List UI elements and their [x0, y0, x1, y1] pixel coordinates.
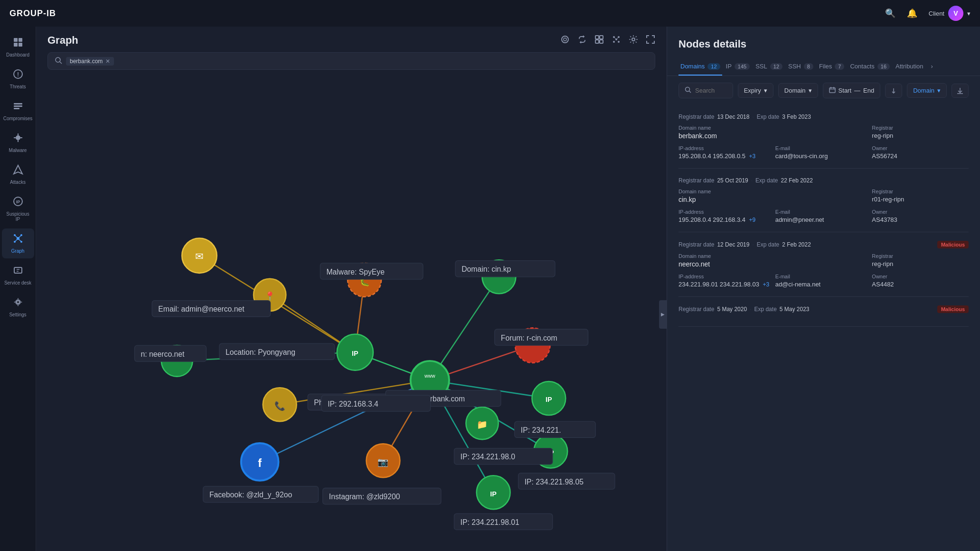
sync-icon[interactable]: [577, 35, 587, 47]
domain-name-field: Domain name neerco.net: [678, 253, 775, 268]
owner-field: Owner AS56724: [872, 145, 969, 160]
panel-collapse-handle[interactable]: ▶: [659, 300, 667, 329]
sidebar-item-label: Graph: [11, 248, 25, 254]
dashboard-icon: [13, 37, 23, 50]
card-grid: Domain name neerco.net Registrar reg-rip…: [678, 253, 969, 288]
domain-card: Registrar date 25 Oct 2019 · Exp date 22…: [678, 169, 969, 232]
svg-text:IP: 234.221.98.05: IP: 234.221.98.05: [525, 478, 584, 486]
chevron-down-icon: ▾: [809, 87, 812, 94]
tab-ip[interactable]: IP 145: [724, 58, 752, 76]
graph-search-input[interactable]: [118, 57, 648, 65]
layout-icon[interactable]: [612, 35, 621, 47]
svg-line-43: [616, 37, 619, 39]
avatar: V: [948, 6, 963, 21]
sidebar-item-threats[interactable]: ! Threats: [2, 64, 34, 94]
search-icon: [55, 57, 62, 66]
graph-area: Graph: [36, 27, 667, 551]
ip-address-field: IP-address 195.208.0.4 292.168.3.4 +9: [678, 209, 775, 223]
sidebar-item-settings[interactable]: Settings: [2, 292, 34, 322]
threats-icon: !: [13, 69, 23, 82]
card-meta: Registrar date 25 Oct 2019 · Exp date 22…: [678, 177, 969, 184]
chevron-down-icon: ▾: [967, 10, 971, 17]
filter-bar: Expiry ▾ Domain ▾ Start — End: [667, 76, 980, 105]
tab-ssh[interactable]: SSH 8: [786, 58, 815, 76]
tab-files[interactable]: Files 7: [817, 58, 847, 76]
tab-domains[interactable]: Domains 12: [678, 58, 722, 76]
fullscreen-icon[interactable]: [646, 35, 655, 47]
tab-ssl[interactable]: SSL 12: [754, 58, 784, 76]
sidebar-item-graph[interactable]: Graph: [2, 228, 34, 258]
card-meta: Registrar date 13 Dec 2018 · Exp date 3 …: [678, 114, 969, 120]
domain-filter[interactable]: Domain ▾: [778, 83, 818, 98]
svg-point-31: [562, 36, 568, 43]
sidebar-item-dashboard[interactable]: Dashboard: [2, 32, 34, 62]
main-layout: Dashboard ! Threats Compromises: [0, 27, 980, 551]
graph-search-bar: berbank.com ✕: [47, 52, 655, 70]
sidebar-item-label: Service desk: [4, 280, 31, 285]
svg-text:IP: IP: [16, 200, 20, 204]
svg-line-46: [60, 62, 62, 64]
svg-text:📁: 📁: [477, 419, 488, 430]
svg-point-29: [17, 301, 19, 304]
notification-icon[interactable]: 🔔: [907, 8, 917, 19]
domain-cards-list: Registrar date 13 Dec 2018 · Exp date 3 …: [667, 105, 980, 551]
sidebar-item-service-desk[interactable]: Service desk: [2, 260, 34, 290]
service-desk-icon: [13, 265, 23, 278]
sidebar-item-malware[interactable]: Malware: [2, 128, 34, 158]
sort-direction-button[interactable]: [885, 84, 902, 98]
search-icon[interactable]: 🔍: [885, 8, 895, 19]
tab-contacts[interactable]: Contacts 16: [848, 58, 892, 76]
expiry-filter[interactable]: Expiry ▾: [738, 83, 773, 98]
sidebar-item-attacks[interactable]: Attacks: [2, 160, 34, 190]
svg-point-9: [16, 135, 20, 140]
tabs: Domains 12 IP 145 SSL 12 SSH 8 Files 7 C…: [667, 58, 980, 76]
svg-text:IP: 234.221.98.0: IP: 234.221.98.0: [461, 453, 516, 461]
refresh-icon[interactable]: [560, 35, 570, 47]
svg-marker-14: [14, 165, 22, 174]
registrar-value-field: Registrar reg-ripn: [872, 125, 969, 140]
sidebar-item-suspicious-ip[interactable]: IP Suspicious IP: [2, 191, 34, 227]
calendar-icon: [829, 86, 836, 95]
panel-search-input[interactable]: [695, 87, 727, 94]
svg-text:IP: 234.221.: IP: 234.221.: [521, 426, 561, 434]
download-button[interactable]: [952, 84, 969, 98]
graph-toolbar: [560, 35, 655, 47]
svg-text:📷: 📷: [377, 456, 388, 467]
expand-icon[interactable]: [594, 35, 604, 47]
svg-text:IP: IP: [490, 490, 497, 498]
svg-text:n: neerco.net: n: neerco.net: [141, 350, 185, 358]
svg-line-122: [689, 91, 691, 93]
svg-text:f: f: [258, 457, 262, 469]
tab-attribution[interactable]: Attribution: [894, 58, 925, 76]
panel-header: Nodes details: [667, 27, 980, 58]
svg-text:📞: 📞: [274, 400, 285, 411]
sidebar-item-label: Compromises: [3, 116, 33, 121]
svg-line-42: [614, 37, 616, 39]
svg-rect-8: [14, 108, 19, 109]
card-meta: Registrar date 12 Dec 2019 · Exp date 2 …: [678, 241, 969, 248]
graph-header: Graph: [36, 27, 667, 52]
svg-rect-123: [829, 88, 835, 93]
svg-text:!: !: [17, 71, 19, 78]
graph-canvas[interactable]: ✉ 📍 🐛 IP www TOPIC www: [36, 77, 667, 551]
user-menu[interactable]: Client V ▾: [929, 6, 971, 21]
domain-sort-button[interactable]: Domain ▾: [907, 83, 947, 98]
sidebar-item-compromises[interactable]: Compromises: [2, 96, 34, 126]
svg-text:IP: IP: [352, 350, 358, 357]
sidebar: Dashboard ! Threats Compromises: [0, 27, 36, 551]
svg-text:IP: IP: [546, 396, 552, 403]
svg-point-44: [632, 38, 635, 41]
date-range[interactable]: Start — End: [823, 83, 881, 98]
card-grid: Domain name cin.kp Registrar r01-reg-rip…: [678, 189, 969, 223]
search-tag-close[interactable]: ✕: [105, 58, 110, 65]
settings-icon: [13, 297, 23, 310]
search-icon: [685, 86, 691, 95]
svg-rect-36: [600, 40, 603, 43]
compromises-icon: [13, 101, 23, 114]
tabs-more-button[interactable]: ›: [927, 58, 937, 76]
svg-point-45: [56, 57, 60, 62]
ip-address-field: IP-address 234.221.98.01 234.221.98.03 +…: [678, 274, 775, 288]
registrar-value-field: Registrar r01-reg-ripn: [872, 189, 969, 203]
svg-rect-0: [14, 38, 18, 42]
settings-graph-icon[interactable]: [629, 35, 638, 47]
